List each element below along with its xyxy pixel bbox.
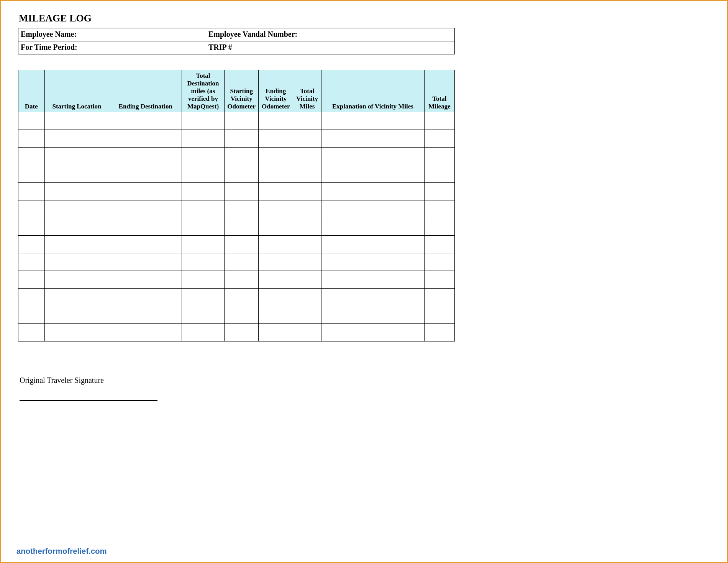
watermark-link[interactable]: anotherformofrelief.com (16, 547, 107, 556)
table-cell[interactable] (18, 236, 45, 253)
table-cell[interactable] (321, 165, 424, 183)
table-cell[interactable] (182, 148, 225, 165)
table-cell[interactable] (44, 324, 109, 341)
table-cell[interactable] (321, 253, 424, 271)
table-cell[interactable] (44, 112, 109, 130)
table-cell[interactable] (293, 236, 321, 253)
table-cell[interactable] (424, 165, 454, 183)
table-cell[interactable] (321, 183, 424, 200)
table-cell[interactable] (109, 183, 182, 200)
table-cell[interactable] (109, 236, 182, 253)
table-cell[interactable] (293, 148, 321, 165)
table-cell[interactable] (182, 218, 225, 236)
table-cell[interactable] (109, 306, 182, 324)
table-cell[interactable] (44, 130, 109, 148)
table-cell[interactable] (259, 271, 293, 289)
table-cell[interactable] (18, 165, 45, 183)
table-cell[interactable] (424, 271, 454, 289)
table-cell[interactable] (293, 165, 321, 183)
table-cell[interactable] (321, 271, 424, 289)
table-cell[interactable] (224, 271, 259, 289)
employee-vandal-cell[interactable]: Employee Vandal Number: (206, 28, 455, 41)
table-cell[interactable] (321, 130, 424, 148)
table-cell[interactable] (259, 253, 293, 271)
table-cell[interactable] (109, 200, 182, 218)
table-cell[interactable] (321, 324, 424, 341)
table-cell[interactable] (321, 306, 424, 324)
table-cell[interactable] (259, 306, 293, 324)
table-cell[interactable] (109, 148, 182, 165)
table-cell[interactable] (259, 183, 293, 200)
table-cell[interactable] (182, 130, 225, 148)
table-cell[interactable] (182, 112, 225, 130)
table-cell[interactable] (424, 112, 454, 130)
table-cell[interactable] (182, 236, 225, 253)
table-cell[interactable] (44, 236, 109, 253)
table-cell[interactable] (293, 271, 321, 289)
table-cell[interactable] (224, 200, 259, 218)
table-cell[interactable] (18, 218, 45, 236)
table-cell[interactable] (18, 148, 45, 165)
table-cell[interactable] (224, 218, 259, 236)
table-cell[interactable] (44, 218, 109, 236)
table-cell[interactable] (224, 306, 259, 324)
table-cell[interactable] (259, 130, 293, 148)
table-cell[interactable] (44, 148, 109, 165)
table-cell[interactable] (44, 253, 109, 271)
table-cell[interactable] (224, 148, 259, 165)
table-cell[interactable] (424, 289, 454, 306)
table-cell[interactable] (18, 130, 45, 148)
table-cell[interactable] (259, 218, 293, 236)
table-cell[interactable] (109, 112, 182, 130)
table-cell[interactable] (424, 200, 454, 218)
table-cell[interactable] (44, 165, 109, 183)
table-cell[interactable] (18, 324, 45, 341)
employee-name-cell[interactable]: Employee Name: (18, 28, 206, 41)
table-cell[interactable] (321, 236, 424, 253)
time-period-cell[interactable]: For Time Period: (18, 41, 206, 54)
table-cell[interactable] (18, 306, 45, 324)
table-cell[interactable] (109, 253, 182, 271)
table-cell[interactable] (109, 289, 182, 306)
table-cell[interactable] (18, 183, 45, 200)
table-cell[interactable] (259, 324, 293, 341)
table-cell[interactable] (182, 306, 225, 324)
table-cell[interactable] (293, 253, 321, 271)
table-cell[interactable] (44, 289, 109, 306)
table-cell[interactable] (182, 271, 225, 289)
table-cell[interactable] (109, 271, 182, 289)
table-cell[interactable] (224, 324, 259, 341)
table-cell[interactable] (182, 324, 225, 341)
table-cell[interactable] (259, 289, 293, 306)
table-cell[interactable] (424, 218, 454, 236)
table-cell[interactable] (224, 165, 259, 183)
table-cell[interactable] (424, 148, 454, 165)
signature-line[interactable] (20, 400, 157, 401)
table-cell[interactable] (109, 324, 182, 341)
table-cell[interactable] (224, 112, 259, 130)
table-cell[interactable] (259, 200, 293, 218)
table-cell[interactable] (224, 289, 259, 306)
table-cell[interactable] (44, 306, 109, 324)
table-cell[interactable] (424, 253, 454, 271)
table-cell[interactable] (293, 289, 321, 306)
table-cell[interactable] (18, 289, 45, 306)
table-cell[interactable] (259, 112, 293, 130)
table-cell[interactable] (224, 236, 259, 253)
table-cell[interactable] (259, 165, 293, 183)
table-cell[interactable] (224, 253, 259, 271)
table-cell[interactable] (259, 148, 293, 165)
table-cell[interactable] (321, 218, 424, 236)
table-cell[interactable] (182, 165, 225, 183)
table-cell[interactable] (44, 271, 109, 289)
table-cell[interactable] (293, 112, 321, 130)
table-cell[interactable] (293, 218, 321, 236)
trip-number-cell[interactable]: TRIP # (206, 41, 455, 54)
table-cell[interactable] (18, 112, 45, 130)
table-cell[interactable] (321, 200, 424, 218)
table-cell[interactable] (224, 183, 259, 200)
table-cell[interactable] (18, 271, 45, 289)
table-cell[interactable] (424, 324, 454, 341)
table-cell[interactable] (293, 306, 321, 324)
table-cell[interactable] (109, 130, 182, 148)
